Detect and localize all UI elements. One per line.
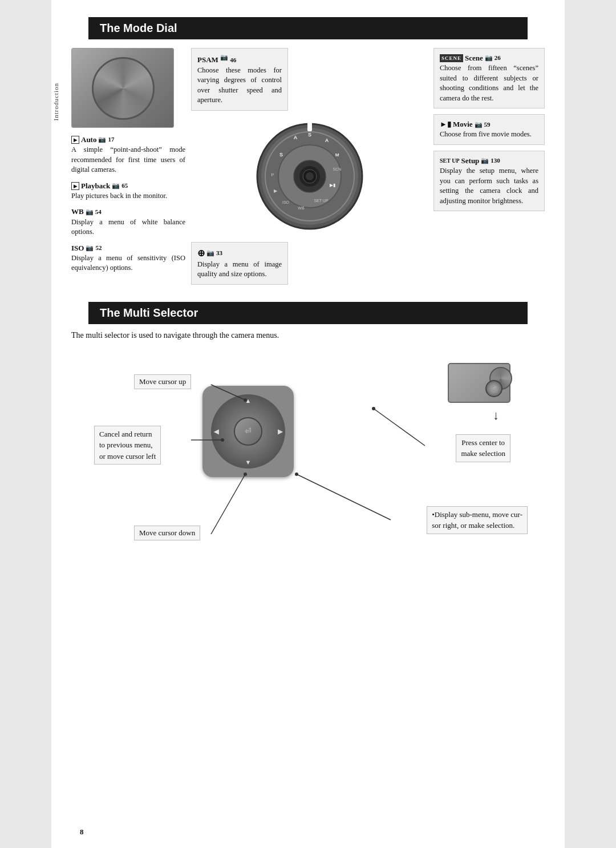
svg-point-30	[295, 473, 298, 476]
scene-entry: SCENE Scene 📷 26 Choose from fifteen “sc…	[433, 48, 545, 108]
svg-text:SET UP: SET UP	[314, 199, 328, 203]
playback-ref: 65	[121, 181, 128, 190]
selector-outer: ▲ ▼ ◀ ▶ ⏎	[202, 386, 294, 477]
mode-entry-auto: ▶ Auto 📷 17 A simple “point-and-shoot” m…	[71, 135, 185, 175]
psam-desc: Choose these modes for varying degrees o…	[197, 66, 282, 106]
center-column: PSAM 📷 46 Choose these modes for varying…	[185, 48, 433, 285]
image-quality-desc: Display a menu of image quality and size…	[197, 260, 282, 280]
auto-desc: A simple “point-and-shoot” mode recommen…	[71, 145, 185, 175]
svg-text:S: S	[279, 152, 282, 158]
wb-title: WB	[71, 207, 84, 217]
psam-box: PSAM 📷 46 Choose these modes for varying…	[191, 48, 288, 111]
dial-svg: S A M SCN ▶▮ SET UP WB ISO ▶ P S A	[253, 119, 367, 233]
playback-ref-icon: 📷	[112, 181, 120, 190]
mode-entry-playback: ▶ Playback 📷 65 Play pictures back in th…	[71, 181, 185, 201]
iso-title: ISO	[71, 243, 84, 253]
movie-icon: ►▮	[440, 119, 451, 130]
svg-point-7	[306, 172, 314, 180]
movie-entry: ►▮ Movie 📷 59 Choose from five movie mod…	[433, 114, 545, 145]
mode-entry-wb: WB 📷 54 Display a menu of white balance …	[71, 207, 185, 237]
up-arrow: ▲	[245, 397, 252, 404]
scene-desc: Choose from fifteen “scenes” suited to d…	[440, 63, 538, 103]
center-button: ⏎	[234, 417, 262, 446]
auto-icon: ▶	[71, 136, 79, 144]
setup-desc: Display the setup menu, where you can pe…	[440, 166, 538, 206]
sidebar-label: Introduction	[51, 80, 60, 123]
wb-ref-icon: 📷	[86, 208, 94, 216]
down-arrow-indicator: ↓	[493, 408, 499, 423]
psam-title-text: PSAM	[197, 55, 218, 64]
multi-selector-intro: The multi selector is used to navigate t…	[71, 331, 545, 340]
auto-ref-icon: 📷	[98, 135, 106, 144]
playback-desc: Play pictures back in the monitor.	[71, 191, 185, 201]
movie-title: Movie	[453, 119, 473, 130]
svg-text:WB: WB	[298, 206, 305, 210]
movie-ref-icon: 📷	[475, 120, 483, 129]
mode-dial-section: The Mode Dial ▶ Auto 📷 17	[51, 17, 565, 285]
image-quality-ref-icon: 📷	[206, 249, 214, 257]
multi-selector-section: The Multi Selector The multi selector is…	[51, 302, 565, 546]
svg-text:S: S	[307, 132, 311, 138]
movie-desc: Choose from five movie modes.	[440, 130, 538, 140]
auto-ref: 17	[108, 135, 114, 144]
setup-prefix: SET UP	[440, 157, 460, 165]
page-number: 8	[80, 827, 84, 837]
right-arrow: ▶	[278, 427, 282, 435]
playback-icon: ▶	[71, 182, 79, 190]
svg-line-27	[374, 409, 425, 446]
down-arrow: ▼	[245, 459, 252, 466]
iso-ref-icon: 📷	[86, 244, 94, 252]
setup-title: Setup	[461, 156, 480, 166]
right-column: SCENE Scene 📷 26 Choose from fifteen “sc…	[433, 48, 545, 285]
scene-badge: SCENE	[440, 54, 463, 63]
image-quality-symbol: ⊕	[197, 247, 205, 260]
selector-ring: ▲ ▼ ◀ ▶ ⏎	[211, 394, 285, 469]
setup-ref-icon: 📷	[481, 156, 489, 165]
svg-text:▶▮: ▶▮	[330, 183, 335, 188]
mode-dial-header: The Mode Dial	[88, 17, 528, 39]
image-quality-box: ⊕ 📷 33 Display a menu of image quality a…	[191, 242, 288, 285]
left-column: ▶ Auto 📷 17 A simple “point-and-shoot” m…	[71, 48, 185, 285]
iso-ref: 52	[95, 244, 102, 252]
page: Introduction The Mode Dial ▶ Auto 📷	[51, 0, 565, 848]
move-up-callout: Move cursor up	[134, 374, 191, 389]
camera-image	[71, 48, 174, 128]
camera-side-body: ⏎	[448, 363, 510, 403]
scene-ref: 26	[495, 54, 501, 62]
svg-text:M: M	[335, 152, 339, 158]
cancel-return-callout: Cancel and returnto previous menu,or mov…	[94, 426, 161, 465]
svg-line-29	[297, 474, 391, 520]
setup-ref: 130	[491, 156, 500, 165]
svg-text:SCN: SCN	[333, 167, 341, 171]
svg-text:P: P	[271, 172, 274, 177]
mode-dial-image: S A M SCN ▶▮ SET UP WB ISO ▶ P S A	[253, 119, 367, 233]
svg-text:A: A	[293, 135, 297, 140]
movie-ref: 59	[484, 120, 491, 129]
auto-title: Auto	[81, 135, 96, 145]
svg-text:▶: ▶	[274, 188, 278, 193]
psam-ref: 46	[230, 56, 236, 64]
press-center-callout: Press center tomake selection	[456, 434, 510, 462]
scene-title: Scene	[465, 53, 483, 63]
svg-line-25	[211, 474, 245, 534]
svg-point-28	[372, 407, 375, 410]
wb-desc: Display a menu of white balance options.	[71, 217, 185, 237]
setup-entry: SET UP Setup 📷 130 Display the setup men…	[433, 151, 545, 211]
multi-selector-diagram: Move cursor up Cancel and returnto previ…	[71, 352, 545, 546]
wb-ref: 54	[95, 208, 102, 216]
svg-text:ISO: ISO	[282, 200, 289, 204]
image-quality-ref: 33	[216, 249, 222, 257]
psam-ref-icon: 📷	[220, 54, 228, 60]
svg-rect-20	[307, 122, 312, 131]
move-down-callout: Move cursor down	[134, 526, 200, 540]
svg-text:A: A	[325, 138, 329, 143]
iso-desc: Display a menu of sensitivity (ISO equiv…	[71, 253, 185, 273]
multi-selector-visual: ▲ ▼ ◀ ▶ ⏎	[202, 386, 294, 477]
display-submenu-callout: •Display sub-menu, move cur-sor right, o…	[427, 506, 528, 534]
camera-side-view: ⏎ ↓	[448, 363, 510, 409]
multi-selector-header: The Multi Selector	[88, 302, 528, 324]
scene-ref-icon: 📷	[485, 54, 493, 62]
left-arrow: ◀	[214, 427, 218, 435]
playback-title: Playback	[81, 181, 110, 191]
mode-entry-iso: ISO 📷 52 Display a menu of sensitivity (…	[71, 243, 185, 273]
